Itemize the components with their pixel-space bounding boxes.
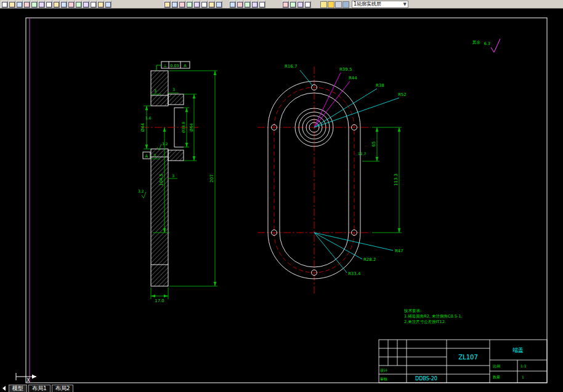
surface-finish-mark: 其余 6.3 — [472, 39, 500, 52]
drawing-number: DDBS-20 — [415, 376, 437, 382]
right-view: R16.7 R39.5 R44 R38 R52 R47 R28.2 R33.4 … — [257, 64, 407, 295]
tolerance-frame: ⊥ 0.03 A — [156, 62, 190, 71]
drawing-canvas[interactable]: ⊥ 0.03 A A — [0, 0, 563, 392]
check-label: 审核 — [380, 377, 387, 381]
label-r282: R28.2 — [363, 257, 376, 262]
notes-title: 技术要求: — [403, 308, 421, 313]
dim-len-207: 207 — [209, 174, 214, 182]
label-r44: R44 — [349, 76, 357, 81]
sheet-frame — [26, 18, 547, 383]
surface-finish-prefix: 其余 — [472, 40, 481, 45]
tolerance-symbol: ⊥ — [163, 63, 167, 68]
left-view-dim-texts: 3 3 1.6 Ø44 Ø38.8 Ø64 3.2 3 3 104.5 207 … — [138, 87, 214, 303]
label-r395: R39.5 — [339, 67, 352, 72]
label-r334: R33.4 — [348, 271, 361, 276]
qty-value: 1 — [522, 375, 524, 379]
label-r47: R47 — [395, 249, 403, 254]
label-r38: R38 — [376, 83, 384, 88]
left-view-hatch — [151, 71, 184, 286]
material-code: ZL107 — [458, 354, 478, 361]
dim-rough-32b: 3.2 — [138, 189, 144, 193]
dim-thick-170: 17.0 — [155, 298, 164, 303]
label-r167: R16.7 — [285, 64, 297, 69]
tab-layout2[interactable]: 布局2 — [52, 385, 74, 392]
dim-neck-16: 1.6 — [145, 116, 152, 120]
scale-label: 比例 — [493, 364, 500, 369]
ucs-x-label: X — [26, 378, 30, 383]
dim-len-1045: 104.5 — [159, 174, 164, 186]
tech-notes: 技术要求: 1.铸造圆角R2, 未注倒角C0.5-1. 2.未注尺寸公差按IT1… — [403, 308, 462, 324]
radius-leaders — [300, 70, 399, 273]
datum-flag: A — [143, 152, 151, 159]
tolerance-value: 0.03 — [170, 63, 179, 68]
notes-line2: 2.未注尺寸公差按IT12. — [404, 319, 446, 324]
part-name: 端盖 — [512, 347, 524, 353]
title-block: ZL107 DDBS-20 端盖 设计 审核 比例 1:1 数量 1 — [379, 340, 547, 383]
scale-value: 1:1 — [520, 364, 527, 368]
dim-dia-64: Ø64 — [189, 123, 194, 131]
surface-finish-value: 6.3 — [484, 41, 490, 46]
left-view: ⊥ 0.03 A A — [138, 62, 217, 303]
tab-layout1[interactable]: 布局1 — [28, 385, 51, 392]
datum-label: A — [145, 154, 148, 159]
design-label: 设计 — [380, 368, 387, 372]
dim-rough-32a: 3.2 — [162, 142, 168, 146]
application-window: 1轮廓实线层 ▼ — [0, 0, 563, 392]
dim-top-3a: 3 — [154, 89, 156, 94]
dim-dia-44: Ø44 — [140, 122, 145, 132]
dim-dia-388: Ø38.8 — [181, 122, 185, 133]
dim-127: 12.7 — [358, 151, 367, 156]
tab-model[interactable]: 模型 — [9, 385, 27, 392]
dim-mid-3b: 3 — [172, 174, 174, 178]
dim-1133: 113.3 — [394, 174, 399, 186]
dim-mid-3a: 3 — [153, 153, 156, 158]
status-bar: 模型 布局1 布局2 — [0, 384, 563, 392]
notes-line1: 1.铸造圆角R2, 未注倒角C0.5-1. — [404, 314, 462, 319]
right-view-dim-texts: 12.7 65 113.3 — [358, 142, 399, 186]
right-view-centerlines — [257, 66, 371, 295]
dim-top-3b: 3 — [172, 87, 175, 92]
radius-labels: R16.7 R39.5 R44 R38 R52 R47 R28.2 R33.4 — [285, 64, 407, 276]
qty-label: 数量 — [493, 375, 500, 379]
dim-65: 65 — [371, 142, 376, 147]
tab-scroll-left-icon[interactable] — [2, 386, 6, 391]
label-r52: R52 — [398, 92, 407, 97]
tolerance-datum: A — [184, 63, 187, 68]
